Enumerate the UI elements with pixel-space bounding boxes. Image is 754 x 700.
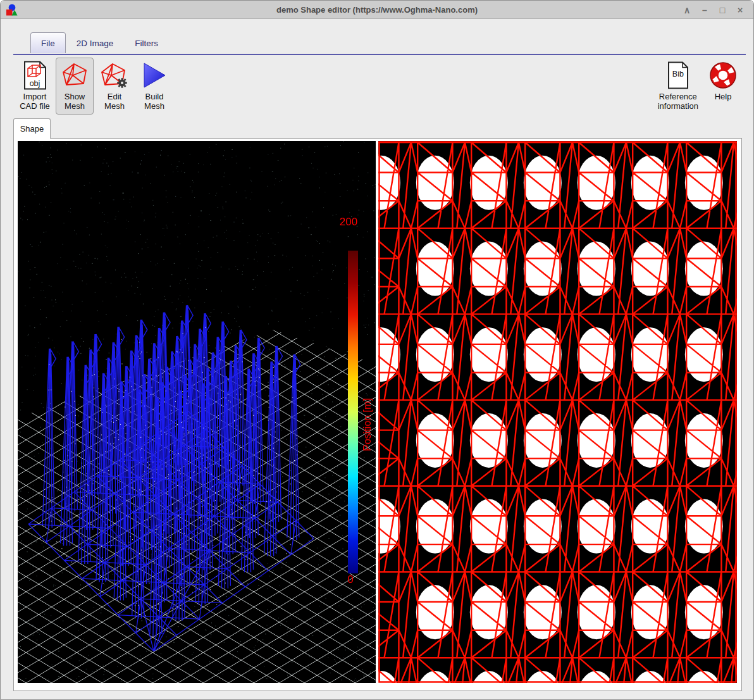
tab-shape[interactable]: Shape	[13, 118, 51, 139]
help-button[interactable]: Help	[704, 58, 742, 104]
3d-viewport: 200 0 Position [m]	[18, 141, 376, 683]
window-controls: ∧ – □ ×	[683, 1, 745, 19]
import-cad-button[interactable]: obj Import CAD file	[16, 58, 54, 115]
edit-mesh-button[interactable]: Edit Mesh	[96, 58, 133, 115]
close-button[interactable]: ×	[736, 6, 745, 15]
show-mesh-label-2: Mesh	[65, 101, 85, 111]
app-window: demo Shape editor (https://www.Oghma-Nan…	[0, 0, 754, 700]
minimize-button[interactable]: –	[700, 6, 709, 15]
show-mesh-label-1: Show	[65, 92, 85, 101]
3d-mesh-canvas[interactable]	[18, 141, 376, 683]
shape-tab-label: Shape	[20, 124, 44, 134]
bib-icon-label: Bib	[663, 70, 693, 79]
2d-image-view	[378, 141, 737, 683]
app-logo-icon	[6, 4, 18, 16]
tab-filters[interactable]: Filters	[124, 32, 169, 53]
gear-icon	[117, 78, 127, 88]
maximize-button[interactable]: □	[718, 6, 727, 15]
play-icon	[139, 60, 170, 91]
build-mesh-button[interactable]: Build Mesh	[135, 58, 173, 115]
tab-file[interactable]: File	[30, 32, 66, 53]
colorbar-max-label: 200	[330, 216, 368, 228]
colorbar-axis-label: Position [m]	[362, 398, 373, 451]
colorbar	[348, 251, 358, 573]
help-label: Help	[715, 92, 732, 101]
ribbon-underline	[13, 54, 746, 55]
import-cad-label-2: CAD file	[20, 101, 50, 111]
show-mesh-button[interactable]: Show Mesh	[56, 58, 94, 115]
mesh-icon	[59, 60, 90, 91]
tab-2d-image[interactable]: 2D Image	[66, 32, 125, 53]
2d-mesh-canvas[interactable]	[378, 141, 737, 683]
build-mesh-label-2: Mesh	[144, 101, 164, 111]
reference-label-2: information	[658, 101, 698, 111]
import-cad-label-1: Import	[23, 92, 47, 101]
ribbon-tabbar: File 2D Image Filters	[30, 32, 169, 53]
obj-icon-label: obj	[20, 79, 50, 89]
build-mesh-label-1: Build	[145, 92, 164, 101]
mesh-edit-icon	[99, 60, 130, 91]
window-title: demo Shape editor (https://www.Oghma-Nan…	[1, 1, 753, 19]
bib-file-icon: Bib	[663, 60, 693, 91]
titlebar[interactable]: demo Shape editor (https://www.Oghma-Nan…	[1, 1, 753, 19]
edit-mesh-label-1: Edit	[108, 92, 121, 101]
reference-information-button[interactable]: Bib Reference information	[654, 58, 702, 115]
lifebuoy-icon	[708, 60, 738, 91]
edit-mesh-label-2: Mesh	[104, 101, 125, 111]
toolbar: obj Import CAD file Show Mesh	[16, 58, 742, 115]
colorbar-min-label: 0	[331, 573, 369, 586]
shade-button[interactable]: ∧	[683, 6, 691, 15]
editor-area: 200 0 Position [m]	[13, 138, 742, 691]
reference-label-1: Reference	[659, 92, 697, 101]
obj-file-icon: obj	[20, 60, 50, 91]
